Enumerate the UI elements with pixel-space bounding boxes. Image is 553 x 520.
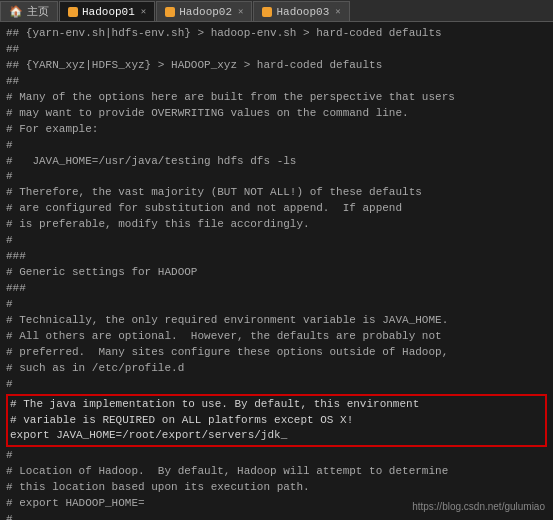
tab-hadoop02[interactable]: Hadoop02 ✕ (156, 1, 252, 21)
terminal-line: # JAVA_HOME=/usr/java/testing hdfs dfs -… (6, 154, 547, 170)
terminal-line: # Location of Hadoop. By default, Hadoop… (6, 464, 547, 480)
terminal-line: # (6, 233, 547, 249)
terminal-line: # (6, 138, 547, 154)
terminal-line: # All others are optional. However, the … (6, 329, 547, 345)
terminal-line: # preferred. Many sites configure these … (6, 345, 547, 361)
tab-home-label: 主页 (27, 4, 49, 19)
terminal-line: # may want to provide OVERWRITING values… (6, 106, 547, 122)
terminal-line: # (6, 377, 547, 393)
terminal-line: # Therefore, the vast majority (BUT NOT … (6, 185, 547, 201)
terminal-line: # (6, 297, 547, 313)
terminal-line: ## (6, 74, 547, 90)
terminal-line: # (6, 512, 547, 520)
hadoop01-icon (68, 7, 78, 17)
hadoop02-icon (165, 7, 175, 17)
hadoop03-icon (262, 7, 272, 17)
terminal-line: # variable is REQUIRED on ALL platforms … (10, 413, 543, 429)
terminal-line: # Technically, the only required environ… (6, 313, 547, 329)
terminal-line: ### (6, 281, 547, 297)
terminal-line: ## (6, 42, 547, 58)
terminal-line: # Many of the options here are built fro… (6, 90, 547, 106)
tab-hadoop02-label: Hadoop02 (179, 6, 232, 18)
tab-hadoop01-label: Hadoop01 (82, 6, 135, 18)
tab-hadoop01-close[interactable]: ✕ (141, 6, 146, 17)
terminal-line: ## {yarn-env.sh|hdfs-env.sh} > hadoop-en… (6, 26, 547, 42)
terminal-line: # this location based upon its execution… (6, 480, 547, 496)
tab-home[interactable]: 🏠 主页 (0, 1, 58, 21)
tab-hadoop03-close[interactable]: ✕ (335, 6, 340, 17)
terminal-content: ## {yarn-env.sh|hdfs-env.sh} > hadoop-en… (0, 22, 553, 520)
tab-bar: 🏠 主页 Hadoop01 ✕ Hadoop02 ✕ Hadoop03 ✕ (0, 0, 553, 22)
terminal-line: # is preferable, modify this file accord… (6, 217, 547, 233)
terminal-line: # (6, 169, 547, 185)
terminal-line: # such as in /etc/profile.d (6, 361, 547, 377)
tab-hadoop03-label: Hadoop03 (276, 6, 329, 18)
tab-hadoop03[interactable]: Hadoop03 ✕ (253, 1, 349, 21)
terminal-line: ## {YARN_xyz|HDFS_xyz} > HADOOP_xyz > ha… (6, 58, 547, 74)
terminal-line: # The java implementation to use. By def… (10, 397, 543, 413)
terminal-line: # Generic settings for HADOOP (6, 265, 547, 281)
terminal-line: export JAVA_HOME=/root/export/servers/jd… (10, 428, 543, 444)
tab-hadoop02-close[interactable]: ✕ (238, 6, 243, 17)
terminal-line: ### (6, 249, 547, 265)
terminal-line: # For example: (6, 122, 547, 138)
home-icon: 🏠 (9, 5, 23, 18)
tab-hadoop01[interactable]: Hadoop01 ✕ (59, 1, 155, 21)
terminal-line: # (6, 448, 547, 464)
highlighted-section: # The java implementation to use. By def… (6, 394, 547, 448)
watermark: https://blog.csdn.net/gulumiao (412, 501, 545, 512)
terminal-line: # are configured for substitution and no… (6, 201, 547, 217)
